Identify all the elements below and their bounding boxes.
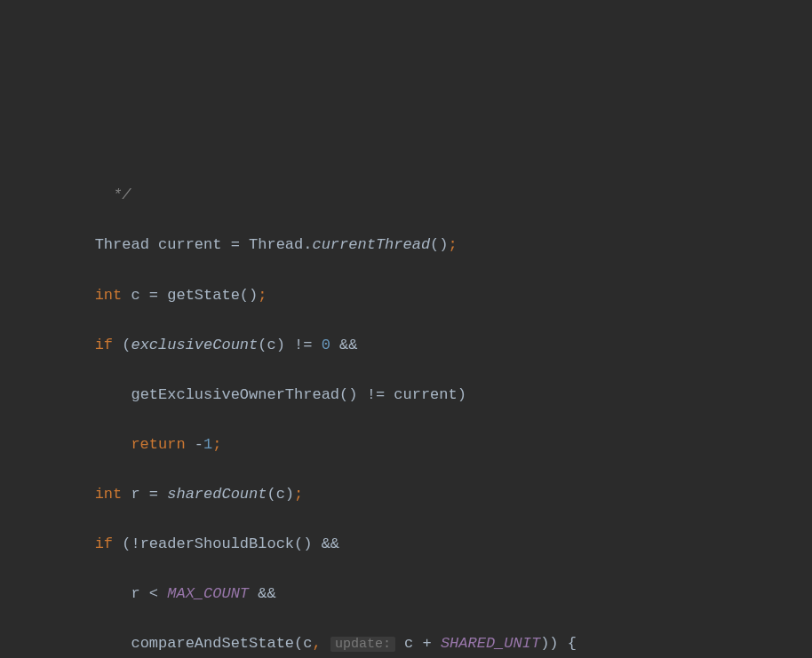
code-line: compareAndSetState(c, update: c + SHARED… (22, 631, 812, 656)
semicolon: ; (294, 486, 303, 503)
method-call: exclusiveCount (131, 337, 258, 353)
constant: MAX_COUNT (167, 585, 249, 602)
keyword: int (95, 287, 123, 304)
text: compareAndSetState(c (95, 635, 313, 652)
text: (!readerShouldBlock() && (113, 535, 339, 552)
keyword: if (95, 337, 113, 353)
text: ( (113, 337, 131, 353)
comment: */ (104, 186, 131, 203)
method-call: sharedCount (167, 486, 267, 503)
keyword: int (95, 486, 123, 503)
text: (c) (267, 486, 294, 503)
method-call: currentThread (312, 236, 430, 253)
code-line: int r = sharedCount(c); (22, 482, 812, 507)
code-line: getExclusiveOwnerThread() != current) (22, 383, 812, 408)
text: && (249, 585, 276, 602)
text: c = getState() (122, 287, 258, 304)
text: () (430, 236, 448, 253)
semicolon: ; (212, 436, 221, 453)
code-line: r < MAX_COUNT && (22, 582, 812, 606)
constant: SHARED_UNIT (441, 635, 540, 652)
text: c + (395, 635, 441, 652)
code-line: return -1; (22, 432, 812, 457)
code-line: int c = getState(); (22, 283, 812, 308)
code-content: */ Thread current = Thread.currentThread… (0, 158, 812, 658)
text: && (330, 337, 358, 353)
code-line: */ (22, 183, 812, 208)
code-line: Thread current = Thread.currentThread(); (22, 233, 812, 258)
text: (c) != (258, 337, 321, 353)
text: getExclusiveOwnerThread() != current) (95, 386, 466, 403)
semicolon: ; (449, 236, 458, 253)
text: Thread current = Thread. (95, 236, 313, 253)
text: r = (122, 486, 167, 503)
keyword: if (95, 535, 113, 552)
comma: , (312, 635, 321, 652)
semicolon: ; (258, 287, 267, 304)
parameter-hint: update: (330, 637, 395, 652)
number: 1 (203, 436, 212, 453)
number: 0 (322, 337, 330, 353)
text: r < (95, 585, 168, 602)
code-line: if (exclusiveCount(c) != 0 && (22, 333, 812, 358)
text: - (186, 436, 203, 453)
text: )) { (540, 635, 577, 652)
keyword: return (131, 436, 185, 453)
code-editor[interactable]: */ Thread current = Thread.currentThread… (0, 99, 812, 658)
code-line: if (!readerShouldBlock() && (22, 532, 812, 557)
